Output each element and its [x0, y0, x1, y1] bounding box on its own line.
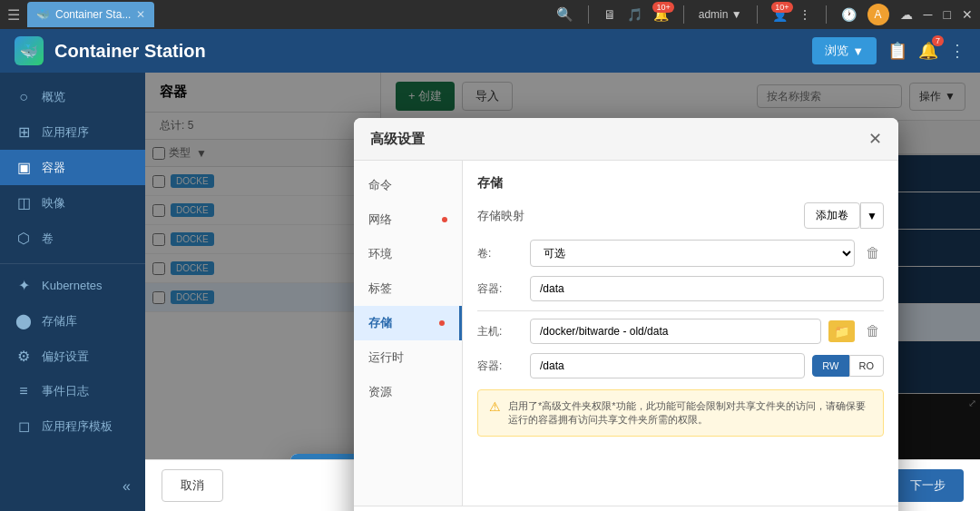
- more-icon[interactable]: ⋮: [799, 7, 811, 22]
- adv-nav-resources[interactable]: 资源: [354, 375, 462, 409]
- containers-icon: ▣: [15, 159, 33, 176]
- sidebar-item-kubernetes[interactable]: ✦ Kubernetes: [0, 263, 145, 303]
- overview-icon: ○: [15, 89, 33, 105]
- container-input-1[interactable]: [530, 276, 884, 301]
- app-header: 🐳 Container Station 浏览 ▼ 📋 🔔 7 ⋮: [0, 29, 980, 73]
- sidebar-item-apps[interactable]: ⊞ 应用程序: [0, 114, 145, 150]
- warning-icon: ⚠: [489, 399, 501, 414]
- rw-button[interactable]: RW: [812, 355, 848, 377]
- avatar-icon[interactable]: 👤 10+: [772, 7, 788, 22]
- adv-content: 存储 存储映射 添加卷 ▼: [463, 161, 898, 506]
- sidebar-item-images[interactable]: ◫ 映像: [0, 185, 145, 221]
- vol-label: 卷:: [477, 246, 523, 261]
- adv-nav-runtime[interactable]: 运行时: [354, 340, 462, 375]
- browse-label: 浏览: [825, 43, 848, 59]
- os-bar-left: ☰ 🐳 Container Sta... ✕: [7, 2, 154, 27]
- add-vol-dropdown-button[interactable]: ▼: [860, 202, 884, 229]
- taskbar-icon-1[interactable]: 🖥: [603, 7, 616, 22]
- add-vol-button[interactable]: 添加卷: [804, 202, 860, 229]
- os-menu-icon[interactable]: ☰: [7, 6, 20, 24]
- cloud-icon[interactable]: ☁: [900, 7, 913, 22]
- tab-app-icon: 🐳: [36, 8, 50, 21]
- adv-nav: 命令 网络 环境 标签 存储: [354, 161, 463, 506]
- adv-nav-labels[interactable]: 标签: [354, 271, 462, 306]
- avatar-2-icon[interactable]: A: [867, 4, 889, 25]
- os-bar-tabs: 🐳 Container Sta... ✕: [27, 2, 154, 27]
- sidebar-label-kubernetes: Kubernetes: [42, 279, 103, 292]
- modal-adv-header: 高级设置 ✕: [354, 118, 898, 161]
- sidebar-item-volumes[interactable]: ⬡ 卷: [0, 221, 145, 256]
- folder-button[interactable]: 📁: [828, 320, 855, 342]
- sidebar-item-events[interactable]: ≡ 事件日志: [0, 374, 145, 408]
- storage-mapping-header: 存储映射 添加卷 ▼: [477, 202, 884, 229]
- header-notification-icon[interactable]: 🔔 7: [918, 41, 938, 61]
- command-label: 命令: [368, 177, 392, 193]
- sidebar-collapse-button[interactable]: «: [0, 469, 145, 504]
- ro-button[interactable]: RO: [849, 355, 885, 377]
- main-layout: ○ 概览 ⊞ 应用程序 ▣ 容器 ◫ 映像 ⬡ 卷 ✦ Kubernetes ⬤…: [0, 73, 980, 511]
- os-bar-right: 🔍 🖥 🎵 🔔 10+ admin ▼ 👤 10+ ⋮ 🕐 A ☁ ─ □ ✕: [556, 4, 973, 25]
- notification-bell-icon[interactable]: 🔔 10+: [653, 7, 669, 22]
- labels-label: 标签: [368, 280, 392, 297]
- sidebar-label-app-templates: 应用程序模板: [42, 418, 113, 435]
- host-label: 主机:: [477, 324, 523, 339]
- vol-delete-button[interactable]: 🗑: [862, 241, 884, 265]
- bottom-cancel-button[interactable]: 取消: [162, 469, 223, 502]
- warning-box: ⚠ 启用了*高级文件夹权限*功能，此功能可能会限制对共享文件夹的访问，请确保要运…: [477, 389, 884, 437]
- sidebar-label-events: 事件日志: [42, 383, 89, 399]
- host-input[interactable]: [530, 319, 821, 344]
- modal-adv-close-button[interactable]: ✕: [868, 129, 882, 149]
- content-area: 容器 总计: 5 类型 ▼ DOCKE DOCKE DOCKE: [145, 73, 980, 511]
- adv-nav-network[interactable]: 网络: [354, 202, 462, 237]
- sidebar-item-storage[interactable]: ⬤ 存储库: [0, 303, 145, 339]
- add-vol-dropdown-icon: ▼: [867, 210, 877, 222]
- header-more-icon[interactable]: ⋮: [949, 41, 965, 61]
- sidebar-item-preferences[interactable]: ⚙ 偏好设置: [0, 339, 145, 374]
- bottom-next-button[interactable]: 下一步: [892, 469, 964, 502]
- sidebar-label-storage: 存储库: [42, 313, 77, 329]
- container-row-field-2: 容器: RW RO: [477, 353, 884, 378]
- logo-icon: 🐳: [20, 43, 38, 60]
- separator-2: [683, 5, 684, 24]
- container-input-2[interactable]: [530, 353, 805, 378]
- adv-nav-command[interactable]: 命令: [354, 168, 462, 202]
- events-icon: ≡: [15, 383, 33, 399]
- container-label-2: 容器:: [477, 359, 523, 374]
- storage-mapping-label: 存储映射: [477, 208, 524, 224]
- admin-label[interactable]: admin ▼: [699, 8, 742, 21]
- os-tab-container-station[interactable]: 🐳 Container Sta... ✕: [27, 2, 154, 27]
- clock-icon: 🕐: [841, 7, 857, 22]
- storage-dot: [439, 320, 445, 326]
- adv-nav-storage[interactable]: 存储: [354, 306, 462, 340]
- taskbar-icon-2[interactable]: 🎵: [627, 7, 642, 22]
- avatar-badge: 10+: [771, 2, 792, 13]
- sidebar-label-preferences: 偏好设置: [42, 349, 89, 365]
- sidebar-label-containers: 容器: [42, 160, 65, 176]
- browse-button[interactable]: 浏览 ▼: [812, 37, 877, 64]
- sidebar-label-overview: 概览: [42, 89, 65, 105]
- sidebar-label-images: 映像: [42, 195, 65, 211]
- tab-close-icon[interactable]: ✕: [136, 8, 145, 21]
- search-icon[interactable]: 🔍: [556, 6, 573, 23]
- volumes-icon: ⬡: [15, 230, 33, 247]
- header-notif-badge: 7: [932, 35, 944, 46]
- host-delete-button[interactable]: 🗑: [862, 319, 884, 343]
- sidebar-item-containers[interactable]: ▣ 容器: [0, 150, 145, 185]
- vol-row: 卷: 可选 🗑: [477, 240, 884, 267]
- container-row-field-1: 容器:: [477, 276, 884, 301]
- network-dot: [442, 217, 447, 222]
- network-label: 网络: [368, 211, 392, 228]
- sidebar-item-app-templates[interactable]: ◻ 应用程序模板: [0, 408, 145, 444]
- header-icon-1[interactable]: 📋: [887, 41, 907, 61]
- container-label-1: 容器:: [477, 281, 523, 297]
- window-close[interactable]: ✕: [962, 7, 973, 22]
- sidebar-item-overview[interactable]: ○ 概览: [0, 80, 145, 114]
- separator-1: [588, 5, 589, 24]
- window-maximize[interactable]: □: [944, 7, 951, 22]
- rw-ro-toggle: RW RO: [812, 355, 884, 377]
- app-logo: 🐳: [15, 36, 44, 65]
- window-minimize[interactable]: ─: [924, 7, 933, 22]
- vol-select[interactable]: 可选: [530, 240, 855, 267]
- runtime-label: 运行时: [368, 349, 404, 366]
- adv-nav-env[interactable]: 环境: [354, 237, 462, 271]
